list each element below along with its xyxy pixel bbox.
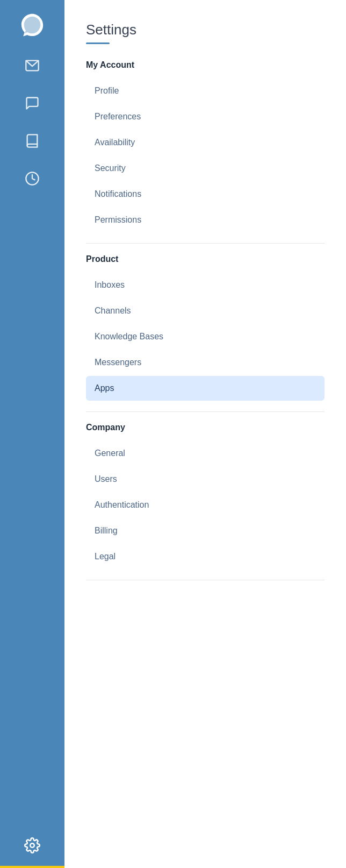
nav-item-channels[interactable]: Channels xyxy=(86,298,325,323)
section-my-account: My Account Profile Preferences Availabil… xyxy=(86,60,325,232)
nav-item-preferences[interactable]: Preferences xyxy=(86,104,325,129)
nav-item-availability[interactable]: Availability xyxy=(86,130,325,155)
section-header-company: Company xyxy=(86,423,325,432)
nav-item-security[interactable]: Security xyxy=(86,156,325,181)
conversations-icon[interactable] xyxy=(21,93,43,114)
nav-item-general[interactable]: General xyxy=(86,441,325,466)
nav-item-authentication[interactable]: Authentication xyxy=(86,493,325,517)
section-product: Product Inboxes Channels Knowledge Bases… xyxy=(86,254,325,401)
divider-3 xyxy=(86,580,325,580)
title-underline xyxy=(86,42,110,44)
app-logo[interactable] xyxy=(18,11,46,39)
settings-gear-icon[interactable] xyxy=(20,834,44,857)
page-title: Settings xyxy=(86,22,325,38)
nav-item-permissions[interactable]: Permissions xyxy=(86,208,325,232)
divider-2 xyxy=(86,411,325,412)
main-content: Settings My Account Profile Preferences … xyxy=(64,0,346,868)
sidebar xyxy=(0,0,64,868)
nav-item-knowledge-bases[interactable]: Knowledge Bases xyxy=(86,324,325,349)
sidebar-nav xyxy=(21,55,43,834)
reports-icon[interactable] xyxy=(21,168,43,189)
nav-item-billing[interactable]: Billing xyxy=(86,518,325,543)
inbox-icon[interactable] xyxy=(21,55,43,76)
section-company: Company General Users Authentication Bil… xyxy=(86,423,325,569)
nav-item-legal[interactable]: Legal xyxy=(86,544,325,569)
svg-point-2 xyxy=(30,843,34,848)
nav-item-messengers[interactable]: Messengers xyxy=(86,350,325,375)
nav-item-apps[interactable]: Apps xyxy=(86,376,325,401)
divider-1 xyxy=(86,243,325,244)
contacts-icon[interactable] xyxy=(21,130,43,152)
nav-item-profile[interactable]: Profile xyxy=(86,79,325,103)
nav-item-inboxes[interactable]: Inboxes xyxy=(86,273,325,297)
section-header-product: Product xyxy=(86,254,325,264)
nav-item-users[interactable]: Users xyxy=(86,467,325,492)
section-header-my-account: My Account xyxy=(86,60,325,70)
nav-item-notifications[interactable]: Notifications xyxy=(86,182,325,207)
sidebar-bottom xyxy=(20,834,44,857)
